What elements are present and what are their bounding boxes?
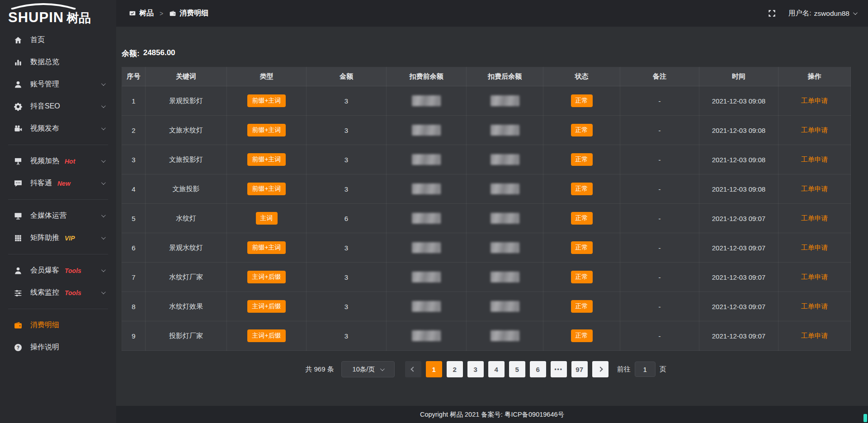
chat-icon: [14, 179, 23, 188]
ticket-apply-link[interactable]: 工单申请: [801, 332, 828, 339]
ticket-apply-link[interactable]: 工单申请: [801, 302, 828, 310]
goto-page-input[interactable]: [635, 362, 656, 377]
wallet-icon: [169, 10, 176, 17]
type-badge: 前缀+主词: [247, 241, 285, 254]
sidebar-item-lead-monitor[interactable]: 线索监控Tools: [0, 282, 116, 304]
sidebar-item-matrix-boost[interactable]: 矩阵助推VIP: [0, 227, 116, 249]
ticket-apply-link[interactable]: 工单申请: [801, 126, 828, 134]
type-badge: 前缀+主词: [247, 153, 285, 166]
amount-cell: 3: [307, 86, 387, 116]
status-cell: 正常: [543, 145, 620, 174]
type-cell: 主词: [227, 204, 307, 233]
amount-cell: 3: [307, 292, 387, 321]
balance-after-cell: [467, 292, 543, 321]
status-cell: 正常: [543, 233, 620, 263]
page-button-2[interactable]: 2: [447, 361, 463, 377]
sidebar-item-omni-media[interactable]: 全媒体运营: [0, 205, 116, 227]
masked-balance-after: [491, 330, 519, 341]
page-buttons: 123456•••97: [424, 361, 590, 377]
page-button-6[interactable]: 6: [530, 361, 546, 377]
index-cell: 8: [122, 292, 146, 321]
sidebar-item-label: 视频加热: [30, 156, 59, 166]
user-menu[interactable]: 用户名: zswodun88: [788, 9, 856, 18]
sidebar-item-consumption-detail[interactable]: 消费明细: [0, 314, 116, 336]
masked-balance-before: [412, 301, 441, 312]
column-header-1: 关键词: [146, 67, 227, 86]
sidebar-item-label: 抖音SEO: [30, 102, 60, 111]
ticket-apply-link[interactable]: 工单申请: [801, 273, 828, 281]
sidebar-item-video-publish[interactable]: 视频发布: [0, 118, 116, 140]
sidebar-item-home[interactable]: 首页: [0, 29, 116, 51]
sidebar-item-label: 首页: [30, 35, 45, 45]
column-header-2: 类型: [227, 67, 307, 86]
status-cell: 正常: [543, 174, 620, 204]
sidebar-item-douyin-seo[interactable]: 抖音SEO: [0, 95, 116, 118]
column-header-5: 扣费后余额: [467, 67, 543, 86]
breadcrumb-item-shupin[interactable]: 树品: [129, 9, 154, 18]
sidebar-item-tag: Hot: [65, 158, 75, 165]
page-button-4[interactable]: 4: [488, 361, 505, 377]
column-header-0: 序号: [122, 67, 146, 86]
copyright-text: Copyright 树品 2021 备案号: 粤ICP备09019646号: [420, 410, 564, 419]
ticket-apply-link[interactable]: 工单申请: [801, 214, 828, 222]
page-button-97[interactable]: 97: [571, 361, 588, 377]
sidebar-divider: [8, 199, 108, 200]
chevron-down-icon: [101, 126, 106, 130]
keyword-cell: 水纹灯: [146, 204, 227, 233]
page-button-5[interactable]: 5: [509, 361, 525, 377]
table-row: 6景观水纹灯前缀+主词3正常-2021-12-03 09:07工单申请: [122, 233, 851, 263]
type-cell: 主词+后缀: [227, 292, 307, 321]
ticket-apply-link[interactable]: 工单申请: [801, 97, 828, 104]
next-page-button[interactable]: [592, 361, 609, 377]
logo-cn: 树品: [66, 10, 91, 26]
sidebar-item-instructions[interactable]: ?操作说明: [0, 336, 116, 358]
more-pages-button[interactable]: •••: [551, 361, 567, 377]
sidebar-item-account-management[interactable]: 账号管理: [0, 73, 116, 95]
action-cell: 工单申请: [778, 233, 851, 263]
sidebar-item-member-burst[interactable]: 会员爆客Tools: [0, 259, 116, 282]
masked-balance-before: [412, 125, 441, 136]
sidebar-item-data-overview[interactable]: 数据总览: [0, 51, 116, 73]
page-size-select[interactable]: 10条/页: [341, 361, 395, 377]
amount-cell: 3: [307, 263, 387, 292]
sidebar-item-video-heating[interactable]: 视频加热Hot: [0, 150, 116, 172]
page-button-3[interactable]: 3: [467, 361, 484, 377]
keyword-cell: 投影灯厂家: [146, 321, 227, 351]
type-cell: 主词+后缀: [227, 263, 307, 292]
type-cell: 前缀+主词: [227, 116, 307, 145]
masked-balance-after: [491, 183, 519, 194]
remark-cell: -: [620, 174, 699, 204]
question-icon: ?: [14, 343, 23, 352]
table-row: 9投影灯厂家主词+后缀3正常-2021-12-03 09:07工单申请: [122, 321, 851, 351]
monitor-icon: [14, 212, 23, 221]
scrollbar-thumb[interactable]: [863, 414, 867, 422]
balance-before-cell: [387, 233, 467, 263]
breadcrumb-item-consumption-detail[interactable]: 消费明细: [169, 9, 208, 18]
prev-page-button[interactable]: [405, 361, 421, 377]
index-cell: 4: [122, 174, 146, 204]
balance-after-cell: [467, 263, 543, 292]
table-row: 3文旅投影灯前缀+主词3正常-2021-12-03 09:08工单申请: [122, 145, 851, 174]
logo: SHUPIN 树品: [0, 0, 116, 29]
table-header-row: 序号关键词类型金额扣费前余额扣费后余额状态备注时间操作: [122, 67, 851, 86]
remark-cell: -: [620, 263, 699, 292]
ticket-apply-link[interactable]: 工单申请: [801, 155, 828, 163]
sidebar-item-label: 线索监控: [30, 288, 59, 297]
pagination: 共 969 条 10条/页 123456•••97 前往 页: [122, 361, 850, 377]
type-cell: 前缀+主词: [227, 145, 307, 174]
svg-text:?: ?: [17, 345, 19, 350]
chevron-down-icon: [101, 213, 106, 217]
status-cell: 正常: [543, 292, 620, 321]
chevron-down-icon: [101, 103, 106, 108]
chevron-down-icon: [101, 268, 106, 272]
sidebar-item-label: 数据总览: [30, 57, 59, 67]
topbar: 树品>消费明细 用户名: zswodun88: [116, 0, 868, 27]
sidebar-item-douketong[interactable]: 抖客通New: [0, 172, 116, 194]
status-cell: 正常: [543, 263, 620, 292]
fullscreen-button[interactable]: [768, 9, 776, 18]
ticket-apply-link[interactable]: 工单申请: [801, 244, 828, 251]
chevron-right-icon: [598, 367, 603, 371]
ticket-apply-link[interactable]: 工单申请: [801, 185, 828, 193]
page-button-1[interactable]: 1: [426, 361, 442, 377]
amount-cell: 3: [307, 321, 387, 351]
